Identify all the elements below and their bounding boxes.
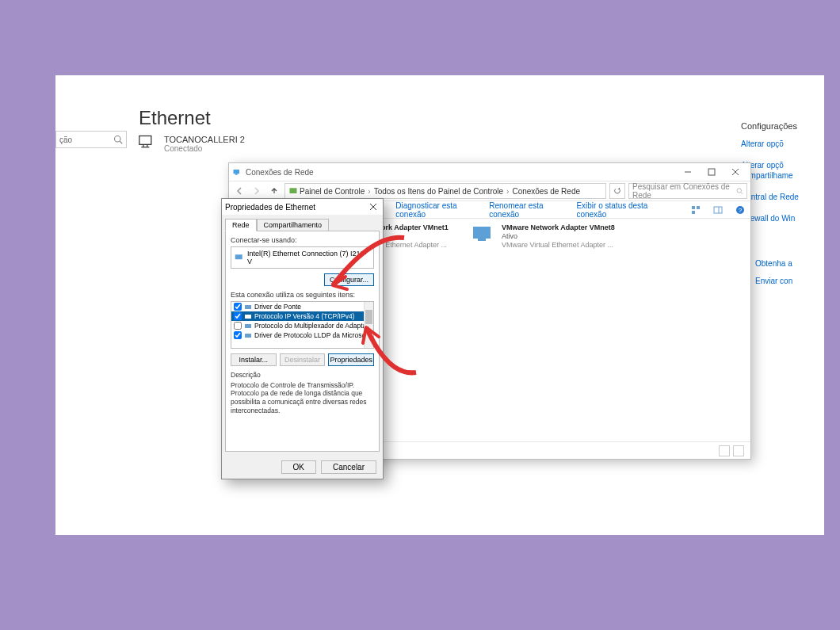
network-name: TOCANOCALLERI 2 bbox=[164, 135, 245, 144]
svg-point-15 bbox=[737, 189, 741, 193]
protocol-checkbox[interactable] bbox=[234, 312, 242, 320]
menu-status[interactable]: Exibir o status desta conexão bbox=[576, 201, 667, 219]
adapter-icon bbox=[235, 253, 244, 262]
search-icon bbox=[736, 187, 743, 195]
help-icon[interactable]: ? bbox=[735, 204, 746, 216]
nav-back-button[interactable] bbox=[232, 184, 246, 198]
window-title: Conexões de Rede bbox=[246, 168, 314, 177]
related-link[interactable]: Alterar opçõ bbox=[741, 139, 824, 149]
nav-up-button[interactable] bbox=[267, 184, 281, 198]
related-link[interactable]: Alterar opçõ compartilhame bbox=[741, 160, 824, 181]
protocol-checkbox[interactable] bbox=[234, 331, 242, 339]
svg-rect-11 bbox=[708, 169, 715, 175]
svg-rect-34 bbox=[245, 334, 251, 338]
protocol-item[interactable]: Driver de Ponte bbox=[231, 302, 373, 311]
close-button[interactable] bbox=[724, 164, 747, 180]
install-button[interactable]: Instalar... bbox=[231, 353, 277, 366]
svg-line-1 bbox=[120, 141, 122, 143]
svg-line-16 bbox=[741, 193, 743, 194]
maximize-button[interactable] bbox=[700, 164, 724, 180]
protocol-checkbox[interactable] bbox=[234, 303, 242, 311]
svg-point-0 bbox=[115, 136, 121, 143]
svg-rect-19 bbox=[692, 211, 695, 214]
feedback-link[interactable]: Enviar con bbox=[741, 276, 824, 285]
nav-forward-button[interactable] bbox=[250, 184, 264, 198]
refresh-button[interactable] bbox=[609, 183, 625, 199]
network-status: Conectado bbox=[164, 144, 245, 153]
svg-text:?: ? bbox=[739, 207, 743, 214]
related-link[interactable]: Central de Rede bbox=[741, 192, 824, 202]
page-title: Ethernet bbox=[139, 107, 211, 129]
view-large-icon[interactable] bbox=[733, 445, 744, 456]
network-item[interactable]: TOCANOCALLERI 2 Conectado bbox=[139, 135, 245, 153]
configure-button[interactable]: Configurar... bbox=[324, 273, 374, 286]
connect-using-label: Conectar-se usando: bbox=[231, 236, 374, 244]
scrollbar[interactable] bbox=[364, 302, 373, 348]
svg-rect-2 bbox=[139, 136, 151, 145]
preview-pane-icon[interactable] bbox=[712, 204, 724, 216]
svg-rect-8 bbox=[234, 170, 240, 174]
svg-rect-17 bbox=[692, 206, 695, 209]
adapter-field: Intel(R) Ethernet Connection (7) I219-V bbox=[231, 246, 374, 269]
cancel-button[interactable]: Cancelar bbox=[321, 460, 376, 474]
ethernet-properties-dialog: Propriedades de Ethernet Rede Compartilh… bbox=[221, 198, 384, 479]
description-label: Descrição bbox=[231, 371, 374, 380]
related-link[interactable]: Firewall do Win bbox=[741, 213, 824, 223]
ok-button[interactable]: OK bbox=[281, 460, 316, 474]
monitor-icon bbox=[139, 135, 155, 149]
svg-rect-27 bbox=[478, 239, 486, 241]
view-options-icon[interactable] bbox=[690, 204, 701, 216]
related-header: Configurações bbox=[741, 121, 824, 131]
description-text: Protocolo de Controle de Transmissão/IP.… bbox=[231, 381, 374, 415]
svg-rect-33 bbox=[245, 324, 251, 328]
search-text-fragment: ção bbox=[59, 136, 72, 144]
protocol-list[interactable]: Driver de Ponte Protocolo IP Versão 4 (T… bbox=[231, 301, 374, 349]
adapter-icon bbox=[472, 223, 497, 246]
close-button[interactable] bbox=[367, 200, 380, 213]
adapter-item[interactable]: VMware Network Adapter VMnet8 Ativo VMwa… bbox=[472, 223, 630, 249]
properties-button[interactable]: Propriedades bbox=[328, 353, 374, 366]
svg-rect-18 bbox=[697, 206, 700, 209]
explorer-search-input[interactable]: Pesquisar em Conexões de Rede bbox=[628, 183, 747, 199]
svg-rect-31 bbox=[245, 305, 251, 309]
tab-network[interactable]: Rede bbox=[225, 219, 257, 231]
items-label: Esta conexão utiliza os seguintes itens: bbox=[231, 291, 374, 299]
minimize-button[interactable] bbox=[676, 164, 700, 180]
dialog-title: Propriedades de Ethernet bbox=[225, 203, 315, 212]
svg-rect-14 bbox=[290, 188, 297, 193]
control-panel-icon bbox=[288, 186, 298, 196]
svg-rect-32 bbox=[245, 315, 251, 319]
menu-diagnose[interactable]: Diagnosticar esta conexão bbox=[395, 201, 478, 219]
view-details-icon[interactable] bbox=[719, 445, 730, 456]
search-icon bbox=[113, 135, 123, 144]
svg-rect-9 bbox=[235, 174, 238, 175]
svg-rect-30 bbox=[235, 254, 242, 259]
protocol-item[interactable]: Driver de Protocolo LLDP da Microsoft bbox=[231, 330, 373, 340]
svg-rect-26 bbox=[473, 227, 491, 239]
protocol-checkbox[interactable] bbox=[234, 322, 242, 330]
help-link[interactable]: ? Obtenha a bbox=[741, 258, 824, 268]
address-bar[interactable]: Painel de Controle› Todos os Itens do Pa… bbox=[284, 183, 606, 199]
tab-sharing[interactable]: Compartilhamento bbox=[257, 219, 330, 231]
network-folder-icon bbox=[232, 167, 242, 177]
settings-search-input[interactable]: ção bbox=[55, 131, 127, 148]
menu-rename[interactable]: Renomear esta conexão bbox=[489, 201, 565, 219]
protocol-item-selected[interactable]: Protocolo IP Versão 4 (TCP/IPv4) bbox=[231, 311, 373, 321]
protocol-item[interactable]: Protocolo do Multiplexador de Adaptador … bbox=[231, 321, 373, 330]
uninstall-button: Desinstalar bbox=[280, 353, 326, 366]
svg-rect-20 bbox=[714, 207, 722, 213]
